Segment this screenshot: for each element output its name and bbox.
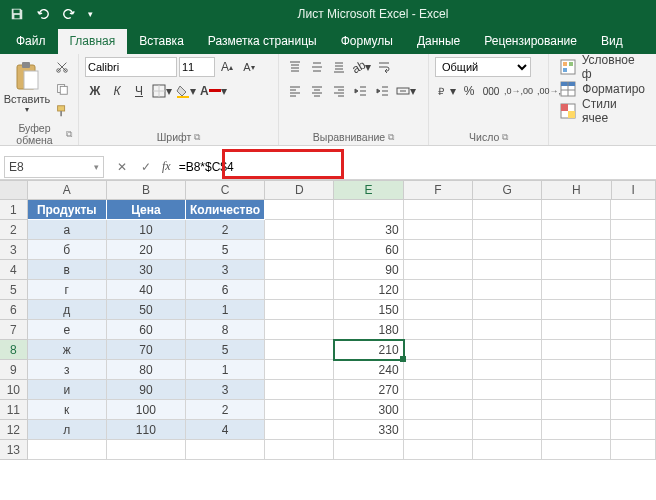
cell-B10[interactable]: 90 [107,380,186,400]
cell-D10[interactable] [265,380,334,400]
font-name-input[interactable] [85,57,177,77]
tab-review[interactable]: Рецензирование [472,29,589,54]
cell-E7[interactable]: 180 [334,320,403,340]
cell-A5[interactable]: г [28,280,107,300]
align-bottom-icon[interactable] [329,57,349,77]
cell-C3[interactable]: 5 [186,240,265,260]
cell-F8[interactable] [404,340,473,360]
cell-I4[interactable] [611,260,656,280]
cell-I5[interactable] [611,280,656,300]
cell-E11[interactable]: 300 [334,400,403,420]
cell-I13[interactable] [611,440,656,460]
cell-A11[interactable]: к [28,400,107,420]
cell-F2[interactable] [404,220,473,240]
cell-D1[interactable] [265,200,334,220]
bold-button[interactable]: Ж [85,81,105,101]
cell-A3[interactable]: б [28,240,107,260]
cell-D3[interactable] [265,240,334,260]
cell-B4[interactable]: 30 [107,260,186,280]
cell-C6[interactable]: 1 [186,300,265,320]
cell-A7[interactable]: е [28,320,107,340]
cell-D8[interactable] [265,340,334,360]
cell-I8[interactable] [611,340,656,360]
cell-D9[interactable] [265,360,334,380]
row-header[interactable]: 8 [0,340,28,360]
row-header[interactable]: 13 [0,440,28,460]
name-box[interactable]: E8 ▾ [4,156,104,178]
cell-G8[interactable] [473,340,542,360]
format-painter-icon[interactable] [52,101,72,121]
cell-F5[interactable] [404,280,473,300]
cell-D5[interactable] [265,280,334,300]
cell-D7[interactable] [265,320,334,340]
cell-F4[interactable] [404,260,473,280]
cell-A4[interactable]: в [28,260,107,280]
clipboard-dialog-launcher-icon[interactable]: ⧉ [66,129,72,140]
merge-center-icon[interactable]: ▾ [395,81,417,101]
formula-input[interactable] [175,156,656,178]
cell-G13[interactable] [473,440,542,460]
copy-icon[interactable] [52,79,72,99]
cell-E12[interactable]: 330 [334,420,403,440]
column-header-A[interactable]: A [28,180,107,199]
cell-F11[interactable] [404,400,473,420]
cell-C12[interactable]: 4 [186,420,265,440]
cell-B8[interactable]: 70 [107,340,186,360]
borders-icon[interactable]: ▾ [151,81,173,101]
cell-E8[interactable]: 210 [334,340,403,360]
row-header[interactable]: 9 [0,360,28,380]
cell-B1[interactable]: Цена [107,200,186,220]
fill-color-icon[interactable]: ▾ [175,81,197,101]
cell-styles-button[interactable]: Стили ячее [555,101,650,121]
percent-icon[interactable]: % [459,81,479,101]
cell-B6[interactable]: 50 [107,300,186,320]
cell-D6[interactable] [265,300,334,320]
column-header-F[interactable]: F [404,180,473,199]
row-header[interactable]: 3 [0,240,28,260]
enter-formula-icon[interactable]: ✓ [134,156,158,178]
column-header-H[interactable]: H [542,180,611,199]
cell-B5[interactable]: 40 [107,280,186,300]
save-icon[interactable] [6,3,28,25]
font-color-icon[interactable]: A▾ [199,81,228,101]
cancel-formula-icon[interactable]: ✕ [110,156,134,178]
decrease-indent-icon[interactable] [351,81,371,101]
cell-C2[interactable]: 2 [186,220,265,240]
align-top-icon[interactable] [285,57,305,77]
cell-A10[interactable]: и [28,380,107,400]
cell-G3[interactable] [473,240,542,260]
cell-C4[interactable]: 3 [186,260,265,280]
column-header-E[interactable]: E [334,180,403,199]
cell-G9[interactable] [473,360,542,380]
cell-I11[interactable] [611,400,656,420]
alignment-dialog-launcher-icon[interactable]: ⧉ [388,132,394,143]
cell-H8[interactable] [542,340,611,360]
tab-formulas[interactable]: Формулы [329,29,405,54]
cell-F1[interactable] [404,200,473,220]
tab-home[interactable]: Главная [58,29,128,54]
cell-G7[interactable] [473,320,542,340]
cell-A1[interactable]: Продукты [28,200,107,220]
cell-H11[interactable] [542,400,611,420]
cell-I3[interactable] [611,240,656,260]
cell-E9[interactable]: 240 [334,360,403,380]
fx-icon[interactable]: fx [158,159,175,174]
cell-B9[interactable]: 80 [107,360,186,380]
cell-H1[interactable] [542,200,611,220]
cell-A6[interactable]: д [28,300,107,320]
number-format-select[interactable]: Общий [435,57,531,77]
cell-I1[interactable] [611,200,656,220]
undo-icon[interactable] [32,3,54,25]
italic-button[interactable]: К [107,81,127,101]
cell-A13[interactable] [28,440,107,460]
cell-C11[interactable]: 2 [186,400,265,420]
redo-icon[interactable] [58,3,80,25]
conditional-formatting-button[interactable]: Условное ф [555,57,650,77]
cell-H6[interactable] [542,300,611,320]
row-header[interactable]: 12 [0,420,28,440]
align-middle-icon[interactable] [307,57,327,77]
cell-G2[interactable] [473,220,542,240]
row-header[interactable]: 6 [0,300,28,320]
align-right-icon[interactable] [329,81,349,101]
cell-H4[interactable] [542,260,611,280]
